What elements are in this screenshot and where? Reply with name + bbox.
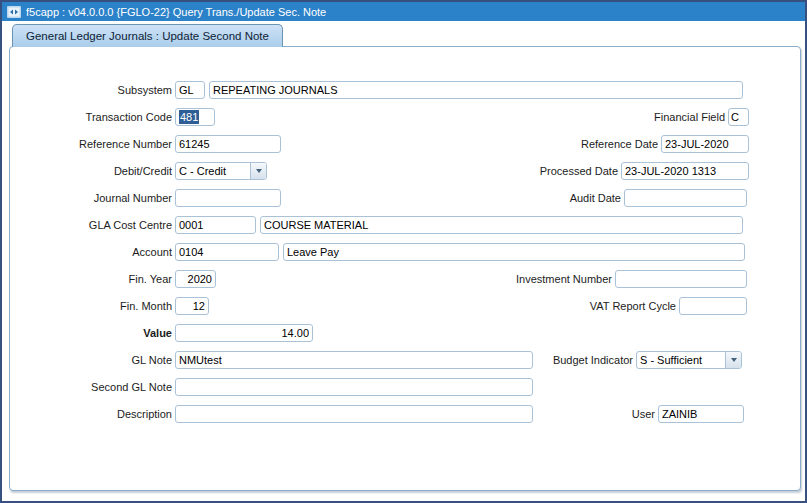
- chevron-down-icon[interactable]: [250, 163, 266, 179]
- gla-cost-centre-code-field[interactable]: [175, 216, 256, 234]
- gla-cost-centre-label: GLA Cost Centre: [12, 216, 172, 234]
- transaction-code-field[interactable]: 481: [175, 108, 215, 126]
- account-label: Account: [12, 243, 172, 261]
- fin-month-label: Fin. Month: [12, 297, 172, 315]
- budget-indicator-label: Budget Indicator: [473, 351, 633, 369]
- debit-credit-label: Debit/Credit: [12, 162, 172, 180]
- app-icon: [7, 6, 21, 18]
- vat-report-cycle-label: VAT Report Cycle: [516, 297, 676, 315]
- tab-label: General Ledger Journals : Update Second …: [26, 30, 269, 42]
- account-code-field[interactable]: [175, 243, 279, 261]
- audit-date-field[interactable]: [624, 189, 747, 207]
- gla-cost-centre-desc-field[interactable]: [260, 216, 743, 234]
- financial-field-label: Financial Field: [565, 108, 725, 126]
- gl-note-label: GL Note: [12, 351, 172, 369]
- financial-field-field[interactable]: [728, 108, 749, 126]
- subsystem-label: Subsystem: [12, 81, 172, 99]
- processed-date-field[interactable]: [621, 162, 749, 180]
- journal-number-field[interactable]: [175, 189, 281, 207]
- user-label: User: [495, 405, 655, 423]
- vat-report-cycle-field[interactable]: [679, 297, 747, 315]
- second-gl-note-label: Second GL Note: [12, 378, 172, 396]
- fin-year-field[interactable]: [175, 270, 216, 288]
- value-field[interactable]: [175, 324, 313, 342]
- debit-credit-selected-value: C - Credit: [176, 163, 250, 179]
- description-label: Description: [12, 405, 172, 423]
- value-label: Value: [12, 324, 172, 342]
- transaction-code-label: Transaction Code: [12, 108, 172, 126]
- subsystem-desc-field[interactable]: [209, 81, 743, 99]
- chevron-down-icon[interactable]: [725, 352, 741, 368]
- reference-number-field[interactable]: [175, 135, 281, 153]
- reference-date-field[interactable]: [661, 135, 749, 153]
- app-window: f5capp : v04.0.0.0 {FGLO-22} Query Trans…: [0, 0, 807, 503]
- processed-date-label: Processed Date: [458, 162, 618, 180]
- fin-month-field[interactable]: [175, 297, 209, 315]
- fin-year-label: Fin. Year: [12, 270, 172, 288]
- transaction-code-selected-text: 481: [179, 110, 199, 124]
- account-desc-field[interactable]: [283, 243, 745, 261]
- window-title: f5capp : v04.0.0.0 {FGLO-22} Query Trans…: [26, 6, 326, 18]
- journal-number-label: Journal Number: [12, 189, 172, 207]
- titlebar[interactable]: f5capp : v04.0.0.0 {FGLO-22} Query Trans…: [2, 2, 805, 21]
- second-gl-note-field[interactable]: [175, 378, 533, 396]
- budget-indicator-selected-value: S - Sufficient: [637, 352, 725, 368]
- debit-credit-select[interactable]: C - Credit: [175, 162, 267, 180]
- reference-date-label: Reference Date: [498, 135, 658, 153]
- subsystem-code-field[interactable]: [175, 81, 205, 99]
- audit-date-label: Audit Date: [461, 189, 621, 207]
- tab-general-ledger-journals[interactable]: General Ledger Journals : Update Second …: [12, 24, 283, 47]
- investment-number-label: Investment Number: [452, 270, 612, 288]
- reference-number-label: Reference Number: [12, 135, 172, 153]
- user-field[interactable]: [658, 405, 744, 423]
- investment-number-field[interactable]: [615, 270, 747, 288]
- budget-indicator-select[interactable]: S - Sufficient: [636, 351, 742, 369]
- description-field[interactable]: [175, 405, 533, 423]
